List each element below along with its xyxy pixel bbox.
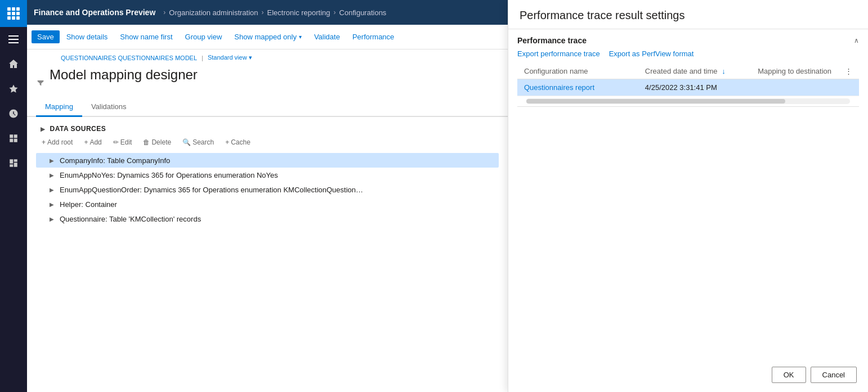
- panel-footer: OK Cancel: [508, 358, 868, 392]
- col-header-config: Configuration name: [517, 64, 638, 79]
- datasources-title: DATA SOURCES: [50, 125, 106, 133]
- tree-item-4[interactable]: ▶ Questionnaire: Table 'KMCollection' re…: [36, 211, 499, 226]
- tree-toggle-4[interactable]: ▶: [47, 214, 56, 223]
- tree-toggle-0[interactable]: ▶: [47, 156, 56, 165]
- show-name-first-button[interactable]: Show name first: [114, 30, 178, 43]
- delete-icon: 🗑: [143, 138, 150, 146]
- breadcrumb-er[interactable]: Electronic reporting: [267, 8, 330, 17]
- ok-button[interactable]: OK: [772, 367, 806, 383]
- search-label: Search: [193, 138, 214, 146]
- view-label: Standard view: [208, 54, 247, 61]
- top-nav: Finance and Operations Preview › Organiz…: [27, 0, 508, 25]
- cell-date: 4/25/2022 3:31:41 PM: [638, 79, 751, 96]
- tree-item-0[interactable]: ▶ CompanyInfo: Table CompanyInfo: [36, 153, 499, 168]
- cache-plus-icon: +: [225, 138, 229, 146]
- search-button[interactable]: 🔍 Search: [177, 136, 220, 148]
- page-title: Model mapping designer: [50, 67, 198, 83]
- view-selector[interactable]: Standard view ▾: [208, 54, 252, 61]
- edit-label: Edit: [120, 138, 132, 146]
- more-options-icon[interactable]: ⋮: [845, 67, 852, 75]
- app-icon[interactable]: [0, 0, 27, 27]
- filter-icon[interactable]: [36, 78, 45, 89]
- delete-button[interactable]: 🗑 Delete: [137, 136, 177, 148]
- datasources-header: ▶ DATA SOURCES: [36, 121, 499, 136]
- section-header[interactable]: Performance trace ∧: [517, 29, 859, 49]
- show-mapped-only-button[interactable]: Show mapped only ▾: [229, 30, 307, 43]
- breadcrumb-sep-3: ›: [334, 8, 336, 16]
- show-details-button[interactable]: Show details: [61, 30, 114, 43]
- tree-item-label-4: Questionnaire: Table 'KMCollection' reco…: [60, 215, 201, 223]
- scrollbar-thumb: [526, 99, 785, 103]
- cache-label: Cache: [231, 138, 250, 146]
- panel-header: Performance trace result settings: [508, 0, 868, 29]
- trace-table: Configuration name Created date and time…: [517, 64, 859, 96]
- section-actions: Export performance trace Export as PerfV…: [517, 49, 859, 64]
- tree-item-1[interactable]: ▶ EnumAppNoYes: Dynamics 365 for Operati…: [36, 168, 499, 182]
- add-button[interactable]: + Add: [78, 136, 107, 148]
- svg-rect-6: [14, 139, 17, 142]
- add-root-button[interactable]: + Add root: [36, 136, 78, 148]
- sidebar-icon-modules[interactable]: [0, 151, 27, 175]
- table-row[interactable]: Questionnaires report 4/25/2022 3:31:41 …: [517, 79, 859, 96]
- page-content: QUESTIONNAIRES QUESTIONNAIRES MODEL | St…: [27, 49, 508, 392]
- breadcrumb-sep-2: ›: [262, 8, 264, 16]
- search-icon: 🔍: [182, 138, 191, 146]
- col-header-date[interactable]: Created date and time ↓: [638, 64, 751, 79]
- toolbar: Save Show details Show name first Group …: [27, 25, 508, 49]
- add-icon: +: [84, 138, 88, 146]
- breadcrumb-path[interactable]: QUESTIONNAIRES QUESTIONNAIRES MODEL: [61, 55, 197, 61]
- ds-toolbar: + Add root + Add ✏ Edit 🗑 Delete 🔍 S: [36, 136, 499, 148]
- breadcrumb-conf[interactable]: Configurations: [339, 8, 387, 17]
- cell-config[interactable]: Questionnaires report: [517, 79, 638, 96]
- waffle-icon: [5, 5, 22, 22]
- show-mapped-only-label: Show mapped only: [234, 33, 297, 41]
- sidebar-icon-favorites[interactable]: [0, 76, 27, 101]
- group-view-button[interactable]: Group view: [180, 30, 228, 43]
- tree-toggle-1[interactable]: ▶: [47, 170, 56, 179]
- add-root-label: Add root: [47, 138, 73, 146]
- svg-rect-1: [8, 39, 19, 40]
- col-header-mapping: Mapping to destination: [751, 64, 838, 79]
- cell-more: [838, 79, 859, 96]
- breadcrumb-org[interactable]: Organization administration: [169, 8, 258, 17]
- edit-button[interactable]: ✏ Edit: [108, 136, 138, 148]
- export-trace-button[interactable]: Export performance trace: [517, 49, 600, 58]
- brand-label: Finance and Operations Preview: [34, 8, 155, 17]
- cache-button[interactable]: + Cache: [220, 136, 256, 148]
- main-area: Finance and Operations Preview › Organiz…: [27, 0, 508, 392]
- tab-mapping[interactable]: Mapping: [36, 98, 82, 117]
- sidebar-icon-recent[interactable]: [0, 101, 27, 126]
- horizontal-scrollbar[interactable]: [526, 98, 850, 104]
- sidebar-icon-hamburger[interactable]: [0, 27, 27, 52]
- tree-item-2[interactable]: ▶ EnumAppQuestionOrder: Dynamics 365 for…: [36, 182, 499, 197]
- ds-toggle-icon[interactable]: ▶: [41, 126, 46, 132]
- add-root-icon: +: [42, 138, 46, 146]
- tree-item-3[interactable]: ▶ Helper: Container: [36, 197, 499, 211]
- sort-icon: ↓: [722, 67, 726, 75]
- performance-button[interactable]: Performance: [347, 30, 400, 43]
- sidebar-icon-workspace[interactable]: [0, 126, 27, 151]
- page-breadcrumb: QUESTIONNAIRES QUESTIONNAIRES MODEL | St…: [27, 49, 508, 62]
- cancel-button[interactable]: Cancel: [811, 367, 857, 383]
- breadcrumb-sep-1: ›: [163, 8, 165, 16]
- tree-toggle-3[interactable]: ▶: [47, 200, 56, 209]
- col-header-more: ⋮: [838, 64, 859, 79]
- tree-item-label-3: Helper: Container: [60, 200, 117, 209]
- export-perfview-button[interactable]: Export as PerfView format: [609, 49, 694, 58]
- section-collapse-icon[interactable]: ∧: [854, 37, 859, 44]
- save-button[interactable]: Save: [32, 30, 60, 43]
- svg-rect-3: [10, 134, 13, 138]
- panel-title: Performance trace result settings: [520, 9, 857, 22]
- trace-table-container: Configuration name Created date and time…: [517, 64, 859, 96]
- edit-icon: ✏: [113, 138, 119, 146]
- section-title: Performance trace: [517, 36, 587, 45]
- tree-toggle-2[interactable]: ▶: [47, 185, 56, 194]
- tree-item-label-1: EnumAppNoYes: Dynamics 365 for Operation…: [60, 171, 278, 179]
- sidebar-icon-home[interactable]: [0, 52, 27, 76]
- add-label: Add: [90, 138, 101, 146]
- tab-validations[interactable]: Validations: [82, 98, 136, 117]
- validate-button[interactable]: Validate: [308, 30, 346, 43]
- sidebar: [0, 0, 27, 392]
- chevron-view-icon: ▾: [249, 54, 252, 61]
- svg-rect-5: [10, 139, 13, 142]
